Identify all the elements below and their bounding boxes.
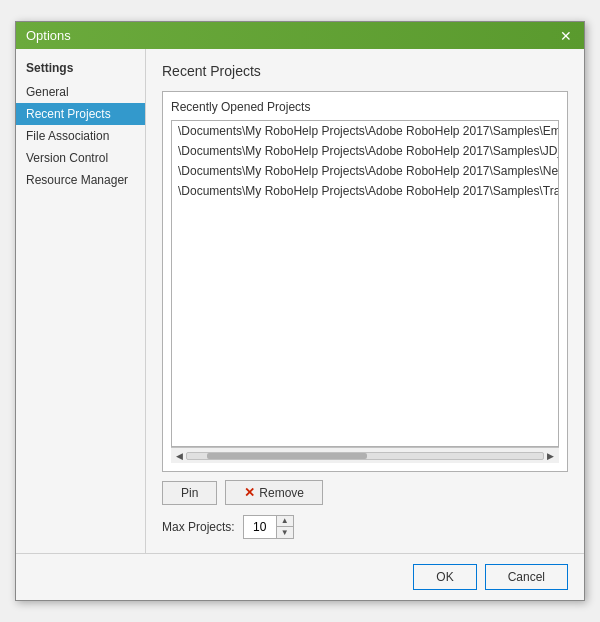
scrollbar-track[interactable] xyxy=(186,452,544,460)
ok-button[interactable]: OK xyxy=(413,564,476,590)
scroll-right-arrow[interactable]: ▶ xyxy=(544,451,557,461)
max-projects-spinner[interactable]: ▲ ▼ xyxy=(243,515,294,539)
main-content: Recent Projects Recently Opened Projects… xyxy=(146,49,584,553)
project-item[interactable]: \Documents\My RoboHelp Projects\Adobe Ro… xyxy=(172,141,559,161)
project-item[interactable]: \Documents\My RoboHelp Projects\Adobe Ro… xyxy=(172,161,559,181)
spinner-up-button[interactable]: ▲ xyxy=(277,516,293,527)
max-projects-label: Max Projects: xyxy=(162,520,235,534)
sidebar: Settings General Recent Projects File As… xyxy=(16,49,146,553)
sidebar-item-version-control[interactable]: Version Control xyxy=(16,147,145,169)
group-box-title: Recently Opened Projects xyxy=(171,100,559,114)
cancel-button[interactable]: Cancel xyxy=(485,564,568,590)
remove-icon: ✕ xyxy=(244,485,255,500)
scrollbar-thumb[interactable] xyxy=(207,453,367,459)
pin-button[interactable]: Pin xyxy=(162,481,217,505)
action-button-row: Pin ✕ Remove xyxy=(162,480,568,505)
section-title: Recent Projects xyxy=(162,63,568,79)
max-projects-input[interactable] xyxy=(244,518,276,536)
sidebar-heading: Settings xyxy=(16,57,145,81)
max-projects-row: Max Projects: ▲ ▼ xyxy=(162,515,568,539)
dialog-body: Settings General Recent Projects File As… xyxy=(16,49,584,553)
sidebar-item-recent-projects[interactable]: Recent Projects xyxy=(16,103,145,125)
scroll-left-arrow[interactable]: ◀ xyxy=(173,451,186,461)
dialog-footer: OK Cancel xyxy=(16,553,584,600)
project-item[interactable]: \Documents\My RoboHelp Projects\Adobe Ro… xyxy=(172,181,559,201)
remove-button[interactable]: ✕ Remove xyxy=(225,480,323,505)
project-item[interactable]: \Documents\My RoboHelp Projects\Adobe Ro… xyxy=(172,121,559,141)
spinner-buttons: ▲ ▼ xyxy=(276,516,293,538)
spinner-down-button[interactable]: ▼ xyxy=(277,527,293,538)
sidebar-item-file-association[interactable]: File Association xyxy=(16,125,145,147)
project-list[interactable]: \Documents\My RoboHelp Projects\Adobe Ro… xyxy=(171,120,559,447)
dialog-title: Options xyxy=(26,28,71,43)
options-dialog: Options ✕ Settings General Recent Projec… xyxy=(15,21,585,601)
horizontal-scrollbar[interactable]: ◀ ▶ xyxy=(171,447,559,463)
close-button[interactable]: ✕ xyxy=(558,29,574,43)
sidebar-item-general[interactable]: General xyxy=(16,81,145,103)
sidebar-item-resource-manager[interactable]: Resource Manager xyxy=(16,169,145,191)
project-list-inner: \Documents\My RoboHelp Projects\Adobe Ro… xyxy=(172,121,559,201)
title-bar: Options ✕ xyxy=(16,22,584,49)
recently-opened-group: Recently Opened Projects \Documents\My R… xyxy=(162,91,568,472)
